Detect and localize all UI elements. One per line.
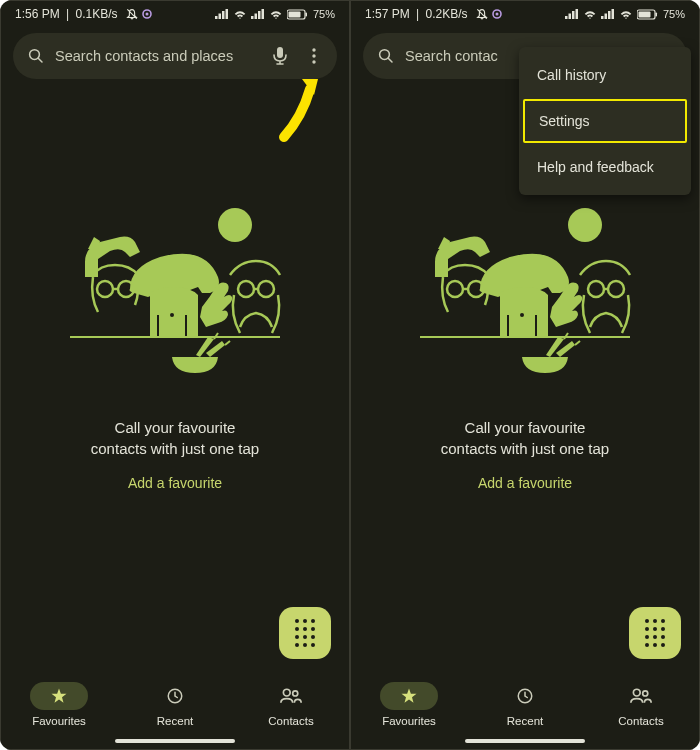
contacts-icon bbox=[280, 687, 302, 705]
signal-icon bbox=[565, 9, 579, 20]
search-icon bbox=[377, 47, 395, 65]
search-bar[interactable]: Search contacts and places bbox=[13, 33, 337, 79]
dialpad-icon bbox=[645, 619, 666, 648]
bottom-nav: Favourites Recent Contacts bbox=[351, 670, 699, 735]
empty-state-text: Call your favourite contacts with just o… bbox=[441, 417, 609, 459]
favourites-illustration bbox=[50, 197, 300, 387]
signal-icon bbox=[215, 9, 229, 20]
wifi-icon bbox=[619, 9, 633, 20]
svg-point-32 bbox=[633, 689, 640, 696]
bottom-nav: Favourites Recent Contacts bbox=[1, 670, 349, 735]
status-time: 1:56 PM bbox=[15, 7, 60, 21]
search-placeholder: Search contacts and places bbox=[55, 48, 263, 64]
clock-icon bbox=[516, 687, 534, 705]
battery-icon bbox=[287, 9, 308, 20]
star-icon bbox=[400, 687, 418, 705]
mic-icon bbox=[272, 46, 288, 66]
svg-point-26 bbox=[293, 691, 298, 696]
menu-help-feedback[interactable]: Help and feedback bbox=[519, 145, 691, 189]
star-icon bbox=[50, 687, 68, 705]
svg-point-21 bbox=[312, 48, 315, 51]
menu-call-history[interactable]: Call history bbox=[519, 53, 691, 97]
battery-text: 75% bbox=[313, 8, 335, 20]
status-bar: 1:57 PM | 0.2KB/s 75% bbox=[351, 1, 699, 25]
contacts-icon bbox=[630, 687, 652, 705]
svg-rect-20 bbox=[277, 47, 283, 58]
more-options-button[interactable] bbox=[297, 39, 331, 73]
svg-point-28 bbox=[495, 13, 498, 16]
mic-button[interactable] bbox=[263, 39, 297, 73]
more-vert-icon bbox=[312, 48, 316, 64]
nav-contacts[interactable]: Contacts bbox=[583, 682, 699, 727]
wifi-icon bbox=[233, 9, 247, 20]
clock-icon bbox=[166, 687, 184, 705]
svg-point-22 bbox=[312, 54, 315, 57]
add-favourite-link[interactable]: Add a favourite bbox=[478, 475, 572, 491]
dialpad-button[interactable] bbox=[629, 607, 681, 659]
battery-text: 75% bbox=[663, 8, 685, 20]
svg-point-25 bbox=[283, 689, 290, 696]
search-icon bbox=[27, 47, 45, 65]
svg-line-30 bbox=[388, 58, 392, 62]
favourites-illustration bbox=[400, 197, 650, 387]
svg-point-23 bbox=[312, 60, 315, 63]
signal-icon bbox=[601, 9, 615, 20]
svg-line-19 bbox=[38, 58, 42, 62]
status-bar: 1:56 PM | 0.1KB/s 75% bbox=[1, 1, 349, 25]
svg-point-33 bbox=[643, 691, 648, 696]
status-time: 1:57 PM bbox=[365, 7, 410, 21]
svg-point-17 bbox=[145, 13, 148, 16]
status-speed: 0.2KB/s bbox=[426, 7, 468, 21]
nav-recent[interactable]: Recent bbox=[117, 682, 233, 727]
nav-recent[interactable]: Recent bbox=[467, 682, 583, 727]
right-screenshot: 1:57 PM | 0.2KB/s 75% Search contac Call… bbox=[350, 0, 700, 750]
nav-contacts[interactable]: Contacts bbox=[233, 682, 349, 727]
home-indicator bbox=[115, 739, 235, 743]
nav-favourites[interactable]: Favourites bbox=[1, 682, 117, 727]
wifi-icon bbox=[269, 9, 283, 20]
overflow-menu: Call history Settings Help and feedback bbox=[519, 47, 691, 195]
battery-icon bbox=[637, 9, 658, 20]
status-speed: 0.1KB/s bbox=[76, 7, 118, 21]
wifi-icon bbox=[583, 9, 597, 20]
add-favourite-link[interactable]: Add a favourite bbox=[128, 475, 222, 491]
empty-state-text: Call your favourite contacts with just o… bbox=[91, 417, 259, 459]
signal-icon bbox=[251, 9, 265, 20]
left-screenshot: 1:56 PM | 0.1KB/s 75% Search contacts an… bbox=[0, 0, 350, 750]
dialpad-icon bbox=[295, 619, 316, 648]
home-indicator bbox=[465, 739, 585, 743]
nav-favourites[interactable]: Favourites bbox=[351, 682, 467, 727]
dialpad-button[interactable] bbox=[279, 607, 331, 659]
menu-settings[interactable]: Settings bbox=[523, 99, 687, 143]
